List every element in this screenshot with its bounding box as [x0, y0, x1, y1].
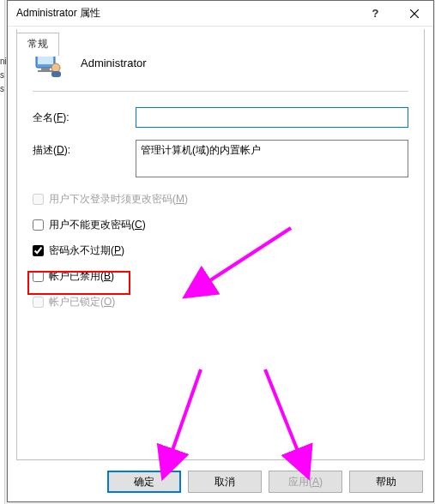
fullname-input[interactable]	[136, 107, 408, 128]
account-header: Administrator	[33, 41, 408, 84]
bg-text: ni	[0, 57, 7, 66]
help-button[interactable]: 帮助	[349, 471, 423, 493]
dialog-buttons: 确定 取消 应用(A) 帮助	[107, 471, 423, 493]
svg-point-6	[51, 63, 60, 72]
check-label: 帐户已禁用(B)	[49, 269, 114, 284]
ok-button[interactable]: 确定	[107, 471, 181, 493]
background-window-edge: ni s s	[0, 0, 5, 504]
svg-rect-5	[38, 70, 53, 72]
tab-general[interactable]: 常规	[16, 33, 59, 56]
svg-rect-4	[41, 68, 50, 70]
close-icon	[410, 9, 419, 18]
fullname-row: 全名(F):	[33, 107, 408, 128]
check-must-change-password: 用户下次登录时须更改密码(M)	[33, 189, 408, 208]
close-button[interactable]	[395, 1, 433, 27]
description-label: 描述(D):	[33, 140, 136, 158]
divider	[33, 91, 408, 92]
check-label: 密码永不过期(P)	[49, 243, 124, 258]
check-label: 用户不能更改密码(C)	[49, 218, 146, 232]
help-button[interactable]: ?	[356, 1, 395, 27]
bg-text: s	[0, 84, 4, 93]
check-password-never-expires[interactable]: 密码永不过期(P)	[33, 241, 408, 260]
bg-text: s	[0, 70, 4, 80]
apply-button: 应用(A)	[269, 471, 342, 493]
check-label: 用户下次登录时须更改密码(M)	[49, 192, 188, 207]
tab-panel-general: Administrator 全名(F): 描述(D): 管理计算机(域)的内置帐…	[16, 29, 425, 460]
cancel-button[interactable]: 取消	[188, 471, 262, 493]
description-row: 描述(D): 管理计算机(域)的内置帐户	[33, 140, 408, 177]
check-cannot-change-password-box[interactable]	[33, 219, 44, 231]
check-account-locked: 帐户已锁定(O)	[33, 292, 408, 311]
check-cannot-change-password[interactable]: 用户不能更改密码(C)	[33, 215, 408, 234]
check-label: 帐户已锁定(O)	[49, 295, 115, 309]
check-account-locked-box	[33, 297, 44, 308]
svg-rect-7	[51, 71, 61, 77]
account-name: Administrator	[81, 57, 147, 69]
options-group: 用户下次登录时须更改密码(M) 用户不能更改密码(C) 密码永不过期(P) 帐户…	[33, 189, 408, 311]
window-title: Administrator 属性	[8, 6, 356, 21]
check-must-change-password-box	[33, 194, 44, 205]
titlebar[interactable]: Administrator 属性 ?	[8, 1, 433, 27]
fullname-label: 全名(F):	[33, 107, 136, 125]
check-account-disabled[interactable]: 帐户已禁用(B)	[33, 267, 408, 285]
check-password-never-expires-box[interactable]	[33, 245, 44, 256]
description-input[interactable]: 管理计算机(域)的内置帐户	[136, 140, 408, 177]
check-account-disabled-box[interactable]	[33, 271, 44, 282]
properties-dialog: Administrator 属性 ? 常规 隶属于 配置文件	[7, 0, 434, 502]
